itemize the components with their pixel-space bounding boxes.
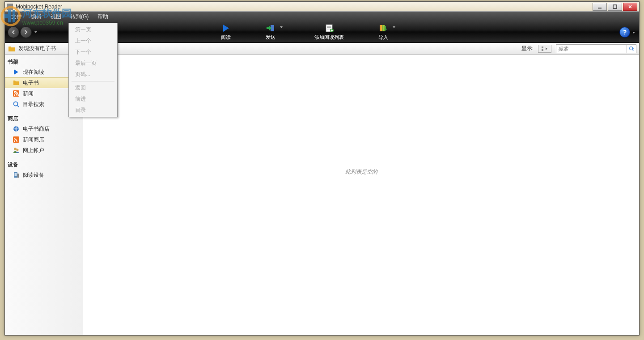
- svg-rect-1: [613, 5, 617, 8]
- dd-prev[interactable]: 上一个: [70, 35, 116, 47]
- maximize-button[interactable]: [608, 3, 622, 11]
- play-icon: [220, 23, 231, 33]
- rss-store-icon: [12, 136, 20, 144]
- sidebar-item-label: 新闻: [23, 90, 34, 98]
- view-label: 显示:: [521, 45, 534, 52]
- view-selector[interactable]: [538, 45, 551, 53]
- minimize-button[interactable]: [593, 3, 607, 11]
- svg-point-15: [14, 102, 18, 106]
- svg-rect-5: [327, 27, 331, 28]
- globe-icon: [12, 125, 20, 133]
- svg-rect-9: [382, 25, 385, 31]
- svg-rect-22: [15, 173, 17, 176]
- svg-point-18: [14, 140, 15, 142]
- search-input[interactable]: [556, 46, 626, 51]
- nav-buttons: [8, 26, 39, 38]
- dd-toc[interactable]: 目录: [70, 105, 116, 116]
- menubar: 文件 编辑 视图 转到(G) 帮助: [5, 12, 639, 21]
- dd-next[interactable]: 下一个: [70, 47, 116, 58]
- menu-goto[interactable]: 转到(G): [66, 12, 93, 22]
- toolbar-send-button[interactable]: 发送: [262, 22, 280, 42]
- import-icon: [378, 23, 389, 33]
- nav-forward-button[interactable]: [20, 26, 32, 38]
- sidebar-item-label: 电子书商店: [23, 125, 50, 133]
- send-icon: [265, 23, 276, 33]
- svg-point-12: [629, 47, 632, 50]
- dd-forward[interactable]: 前进: [70, 94, 116, 105]
- titlebar: Mobipocket Reader: [5, 2, 639, 12]
- svg-point-20: [17, 149, 19, 151]
- menu-file[interactable]: 文件: [7, 12, 26, 22]
- sidebar-item-label: 阅读设备: [23, 171, 44, 179]
- dd-page-number[interactable]: 页码...: [70, 69, 116, 80]
- sidebar-group-devices: 设备: [5, 159, 83, 170]
- close-button[interactable]: [623, 3, 637, 11]
- menu-edit[interactable]: 编辑: [26, 12, 46, 22]
- content-area: 此列表是空的: [83, 55, 639, 335]
- nav-back-button[interactable]: [8, 26, 19, 38]
- toolbar-import-dropdown[interactable]: [392, 22, 397, 32]
- account-icon: [12, 146, 20, 154]
- sidebar-item-label: 新闻商店: [23, 136, 44, 144]
- device-icon: [12, 171, 20, 179]
- nav-history-dropdown[interactable]: [33, 26, 39, 38]
- search-box: [556, 44, 636, 53]
- dd-last-page[interactable]: 最后一页: [70, 58, 116, 69]
- menu-help[interactable]: 帮助: [93, 12, 113, 22]
- svg-rect-23: [17, 174, 19, 178]
- search-icon: [12, 100, 20, 108]
- help-button[interactable]: ?: [619, 27, 630, 38]
- svg-rect-11: [542, 49, 543, 51]
- window-controls: [593, 3, 637, 11]
- dd-back[interactable]: 返回: [70, 82, 116, 94]
- toolbar-import-button[interactable]: 导入: [374, 22, 392, 42]
- toolbar-send-dropdown[interactable]: [280, 22, 284, 32]
- toolbar-add-list-button[interactable]: 添加阅读列表: [311, 22, 347, 42]
- dropdown-separator: [72, 81, 114, 81]
- help-dropdown[interactable]: [632, 28, 636, 36]
- menu-view[interactable]: 视图: [46, 12, 66, 22]
- sidebar-item-label: 电子书: [23, 79, 39, 87]
- sidebar-item-news-store[interactable]: 新闻商店: [5, 134, 83, 145]
- add-list-icon: [324, 23, 335, 33]
- folder-icon: [12, 79, 20, 87]
- svg-rect-10: [542, 47, 543, 48]
- dd-first-page[interactable]: 第一页: [70, 24, 116, 35]
- sidebar-item-label: 现在阅读: [23, 68, 44, 76]
- svg-rect-4: [327, 26, 331, 27]
- svg-rect-0: [598, 8, 602, 8]
- folder-icon: [8, 45, 16, 53]
- app-window: Mobipocket Reader 文件 编辑 视图 转到(G) 帮助 阅读: [4, 1, 640, 336]
- sidebar-item-label: 目录搜索: [23, 101, 44, 108]
- toolbar-read-button[interactable]: 阅读: [217, 22, 235, 42]
- sidebar-item-ebook-store[interactable]: 电子书商店: [5, 123, 83, 134]
- app-icon: [7, 4, 13, 10]
- sidebar-item-online-account[interactable]: 网上帐户: [5, 145, 83, 156]
- toolbar-center: 阅读 发送 添加阅读列表 导入: [217, 22, 397, 42]
- play-icon: [12, 68, 20, 76]
- goto-dropdown-menu: 第一页 上一个 下一个 最后一页 页码... 返回 前进 目录: [68, 23, 118, 117]
- sidebar-item-label: 网上帐户: [23, 147, 44, 154]
- svg-point-19: [14, 148, 17, 150]
- empty-list-message: 此列表是空的: [345, 168, 377, 176]
- rss-icon: [12, 89, 20, 98]
- window-title: Mobipocket Reader: [16, 4, 593, 10]
- sidebar-item-reading-device[interactable]: 阅读设备: [5, 170, 83, 180]
- search-button[interactable]: [626, 45, 636, 53]
- svg-rect-8: [380, 25, 382, 31]
- svg-point-14: [14, 94, 15, 96]
